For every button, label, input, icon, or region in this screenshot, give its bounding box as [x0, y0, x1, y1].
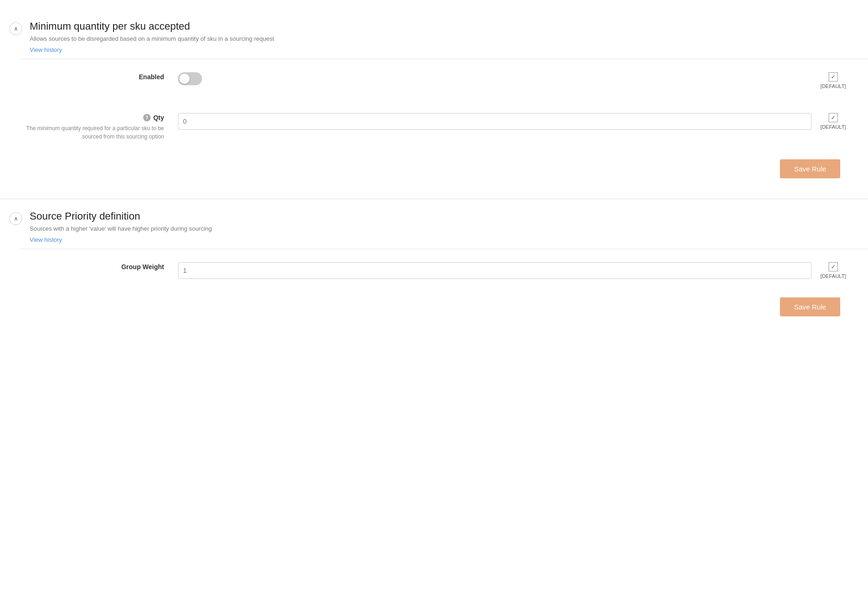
section-source-priority: ∧ Source Priority definition Sources wit…: [0, 199, 868, 327]
default-label-group-weight: [DEFAULT]: [821, 273, 846, 279]
rule-header-content-min-qty: Minimum quantity per sku accepted Allows…: [30, 20, 854, 53]
field-label-col-qty: ? Qty The minimum quantity required for …: [20, 111, 178, 141]
save-rule-row-source-priority: Save Rule: [20, 290, 854, 318]
page-container: ∧ Minimum quantity per sku accepted Allo…: [0, 0, 868, 337]
section-min-qty: ∧ Minimum quantity per sku accepted Allo…: [0, 9, 868, 189]
toggle-wrapper-enabled: [178, 72, 811, 85]
save-rule-row-min-qty: Save Rule: [20, 152, 854, 180]
field-label-qty: ? Qty: [20, 114, 164, 121]
field-label-col-group-weight: Group Weight: [20, 260, 178, 271]
field-control-col-enabled: ✓ [DEFAULT]: [178, 70, 854, 89]
enabled-toggle[interactable]: [178, 72, 202, 85]
default-col-qty: ✓ [DEFAULT]: [817, 113, 854, 130]
field-row-enabled: Enabled ✓ [DEFAULT]: [20, 59, 854, 100]
rule-header-min-qty: ∧ Minimum quantity per sku accepted Allo…: [0, 9, 868, 59]
default-col-enabled: ✓ [DEFAULT]: [817, 72, 854, 89]
group-weight-label-text: Group Weight: [121, 263, 164, 271]
save-rule-button-source-priority[interactable]: Save Rule: [780, 297, 840, 316]
rule-body-min-qty: Enabled ✓ [DEFAULT]: [20, 59, 868, 189]
qty-input-wrapper: [178, 113, 811, 130]
group-weight-input[interactable]: [178, 262, 811, 279]
rule-header-content-source-priority: Source Priority definition Sources with …: [30, 210, 854, 243]
view-history-link-min-qty[interactable]: View history: [30, 46, 62, 53]
field-label-col-enabled: Enabled: [20, 70, 178, 81]
qty-input[interactable]: [178, 113, 811, 130]
group-weight-input-wrapper: [178, 262, 811, 279]
toggle-thumb: [179, 74, 190, 84]
collapse-icon-source-priority[interactable]: ∧: [9, 212, 22, 225]
qty-label-text: Qty: [153, 114, 164, 121]
rule-description-min-qty: Allows sources to be disregarded based o…: [30, 35, 854, 42]
default-checkbox-qty[interactable]: ✓: [829, 113, 838, 122]
view-history-link-source-priority[interactable]: View history: [30, 236, 62, 243]
collapse-icon-min-qty[interactable]: ∧: [9, 22, 22, 35]
rule-header-source-priority: ∧ Source Priority definition Sources wit…: [0, 199, 868, 249]
field-row-group-weight: Group Weight ✓ [DEFAULT]: [20, 249, 854, 290]
rule-title-min-qty: Minimum quantity per sku accepted: [30, 20, 854, 32]
field-row-qty: ? Qty The minimum quantity required for …: [20, 100, 854, 152]
qty-field-description: The minimum quantity required for a part…: [20, 124, 164, 141]
default-label-qty: [DEFAULT]: [821, 124, 846, 130]
save-rule-button-min-qty[interactable]: Save Rule: [780, 159, 840, 178]
help-icon-qty[interactable]: ?: [143, 114, 151, 121]
field-control-col-group-weight: ✓ [DEFAULT]: [178, 260, 854, 279]
field-label-enabled: Enabled: [20, 73, 164, 81]
enabled-label-text: Enabled: [139, 73, 164, 81]
rule-body-source-priority: Group Weight ✓ [DEFAULT] Save Rule: [20, 249, 868, 327]
rule-description-source-priority: Sources with a higher 'value' will have …: [30, 225, 854, 232]
field-control-col-qty: ✓ [DEFAULT]: [178, 111, 854, 130]
default-label-enabled: [DEFAULT]: [821, 83, 846, 89]
default-checkbox-enabled[interactable]: ✓: [829, 72, 838, 82]
field-label-group-weight: Group Weight: [20, 263, 164, 271]
default-col-group-weight: ✓ [DEFAULT]: [817, 262, 854, 279]
rule-title-source-priority: Source Priority definition: [30, 210, 854, 222]
default-checkbox-group-weight[interactable]: ✓: [829, 262, 838, 271]
